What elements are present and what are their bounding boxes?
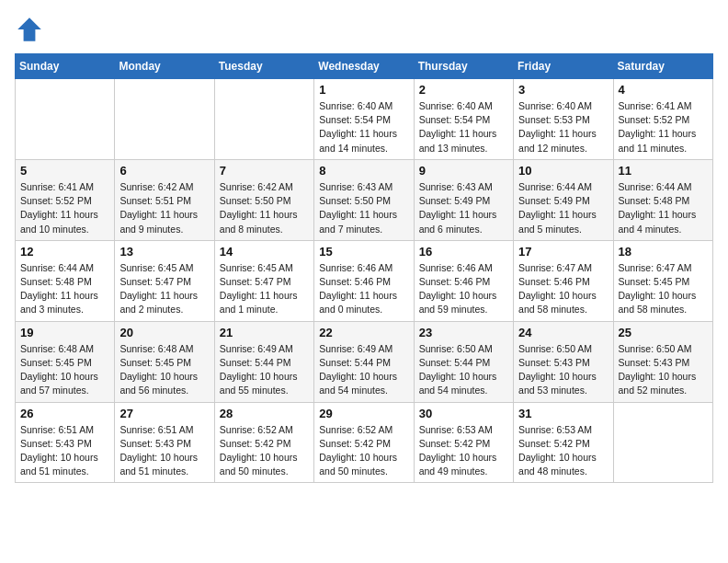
weekday-header: Friday [514, 54, 613, 79]
calendar-cell: 31Sunrise: 6:53 AM Sunset: 5:42 PM Dayli… [514, 402, 613, 483]
day-number: 3 [518, 83, 608, 97]
day-info: Sunrise: 6:53 AM Sunset: 5:42 PM Dayligh… [419, 423, 508, 479]
day-info: Sunrise: 6:52 AM Sunset: 5:42 PM Dayligh… [319, 423, 408, 479]
day-info: Sunrise: 6:45 AM Sunset: 5:47 PM Dayligh… [220, 261, 309, 317]
calendar-header-row: SundayMondayTuesdayWednesdayThursdayFrid… [16, 54, 713, 79]
day-info: Sunrise: 6:51 AM Sunset: 5:43 PM Dayligh… [20, 423, 109, 479]
day-number: 27 [119, 407, 209, 420]
calendar-cell: 13Sunrise: 6:45 AM Sunset: 5:47 PM Dayli… [115, 240, 214, 321]
day-info: Sunrise: 6:48 AM Sunset: 5:45 PM Dayligh… [119, 342, 209, 398]
calendar-cell: 21Sunrise: 6:49 AM Sunset: 5:44 PM Dayli… [214, 321, 313, 402]
calendar-cell: 5Sunrise: 6:41 AM Sunset: 5:52 PM Daylig… [16, 159, 115, 240]
day-info: Sunrise: 6:45 AM Sunset: 5:47 PM Dayligh… [119, 261, 209, 317]
day-number: 11 [619, 164, 708, 178]
day-info: Sunrise: 6:47 AM Sunset: 5:45 PM Dayligh… [619, 261, 708, 317]
day-info: Sunrise: 6:51 AM Sunset: 5:43 PM Dayligh… [119, 423, 209, 479]
calendar-cell: 23Sunrise: 6:50 AM Sunset: 5:44 PM Dayli… [414, 321, 513, 402]
day-info: Sunrise: 6:50 AM Sunset: 5:43 PM Dayligh… [518, 342, 608, 398]
day-info: Sunrise: 6:41 AM Sunset: 5:52 PM Dayligh… [20, 180, 109, 236]
calendar-cell: 11Sunrise: 6:44 AM Sunset: 5:48 PM Dayli… [613, 159, 712, 240]
calendar-cell: 15Sunrise: 6:46 AM Sunset: 5:46 PM Dayli… [314, 240, 414, 321]
day-info: Sunrise: 6:46 AM Sunset: 5:46 PM Dayligh… [319, 261, 408, 317]
weekday-header: Monday [115, 54, 214, 79]
calendar-cell: 4Sunrise: 6:41 AM Sunset: 5:52 PM Daylig… [613, 79, 712, 160]
calendar-week-row: 19Sunrise: 6:48 AM Sunset: 5:45 PM Dayli… [16, 321, 713, 402]
day-number: 29 [319, 407, 408, 420]
calendar-cell: 12Sunrise: 6:44 AM Sunset: 5:48 PM Dayli… [16, 240, 115, 321]
day-info: Sunrise: 6:42 AM Sunset: 5:51 PM Dayligh… [119, 180, 209, 236]
day-number: 31 [518, 407, 608, 420]
day-info: Sunrise: 6:48 AM Sunset: 5:45 PM Dayligh… [20, 342, 109, 398]
calendar-cell: 26Sunrise: 6:51 AM Sunset: 5:43 PM Dayli… [16, 402, 115, 483]
calendar-cell: 8Sunrise: 6:43 AM Sunset: 5:50 PM Daylig… [314, 159, 414, 240]
day-number: 4 [619, 83, 708, 97]
logo [15, 15, 48, 44]
calendar-cell: 20Sunrise: 6:48 AM Sunset: 5:45 PM Dayli… [115, 321, 214, 402]
day-info: Sunrise: 6:40 AM Sunset: 5:54 PM Dayligh… [419, 99, 508, 155]
day-info: Sunrise: 6:46 AM Sunset: 5:46 PM Dayligh… [419, 261, 508, 317]
calendar-cell: 27Sunrise: 6:51 AM Sunset: 5:43 PM Dayli… [115, 402, 214, 483]
day-number: 26 [20, 407, 109, 420]
calendar-cell: 14Sunrise: 6:45 AM Sunset: 5:47 PM Dayli… [214, 240, 313, 321]
day-number: 2 [419, 83, 508, 97]
day-info: Sunrise: 6:40 AM Sunset: 5:54 PM Dayligh… [319, 99, 408, 155]
day-number: 19 [20, 326, 109, 339]
weekday-header: Tuesday [214, 54, 313, 79]
day-info: Sunrise: 6:40 AM Sunset: 5:53 PM Dayligh… [518, 99, 608, 155]
calendar-week-row: 26Sunrise: 6:51 AM Sunset: 5:43 PM Dayli… [16, 402, 713, 483]
day-number: 24 [518, 326, 608, 339]
calendar-cell: 18Sunrise: 6:47 AM Sunset: 5:45 PM Dayli… [613, 240, 712, 321]
day-number: 14 [220, 245, 309, 259]
day-info: Sunrise: 6:44 AM Sunset: 5:49 PM Dayligh… [518, 180, 608, 236]
calendar-cell: 29Sunrise: 6:52 AM Sunset: 5:42 PM Dayli… [314, 402, 414, 483]
day-number: 6 [119, 164, 209, 178]
day-info: Sunrise: 6:50 AM Sunset: 5:44 PM Dayligh… [419, 342, 508, 398]
svg-marker-0 [17, 17, 41, 41]
day-info: Sunrise: 6:44 AM Sunset: 5:48 PM Dayligh… [20, 261, 109, 317]
calendar-cell [115, 79, 214, 160]
calendar-week-row: 1Sunrise: 6:40 AM Sunset: 5:54 PM Daylig… [16, 79, 713, 160]
calendar-cell: 7Sunrise: 6:42 AM Sunset: 5:50 PM Daylig… [214, 159, 313, 240]
day-number: 23 [419, 326, 508, 339]
calendar-cell: 10Sunrise: 6:44 AM Sunset: 5:49 PM Dayli… [514, 159, 613, 240]
page-header [15, 15, 713, 44]
day-number: 10 [518, 164, 608, 178]
calendar-table: SundayMondayTuesdayWednesdayThursdayFrid… [15, 53, 713, 483]
calendar-cell: 1Sunrise: 6:40 AM Sunset: 5:54 PM Daylig… [314, 79, 414, 160]
calendar-cell [613, 402, 712, 483]
calendar-cell: 22Sunrise: 6:49 AM Sunset: 5:44 PM Dayli… [314, 321, 414, 402]
logo-icon [15, 15, 44, 44]
day-number: 20 [119, 326, 209, 339]
calendar-cell: 24Sunrise: 6:50 AM Sunset: 5:43 PM Dayli… [514, 321, 613, 402]
calendar-cell: 3Sunrise: 6:40 AM Sunset: 5:53 PM Daylig… [514, 79, 613, 160]
day-number: 18 [619, 245, 708, 259]
day-number: 30 [419, 407, 508, 420]
day-info: Sunrise: 6:50 AM Sunset: 5:43 PM Dayligh… [619, 342, 708, 398]
day-info: Sunrise: 6:49 AM Sunset: 5:44 PM Dayligh… [220, 342, 309, 398]
weekday-header: Wednesday [314, 54, 414, 79]
calendar-cell [214, 79, 313, 160]
day-info: Sunrise: 6:43 AM Sunset: 5:49 PM Dayligh… [419, 180, 508, 236]
calendar-cell [16, 79, 115, 160]
calendar-cell: 30Sunrise: 6:53 AM Sunset: 5:42 PM Dayli… [414, 402, 513, 483]
day-number: 25 [619, 326, 708, 339]
calendar-cell: 28Sunrise: 6:52 AM Sunset: 5:42 PM Dayli… [214, 402, 313, 483]
day-number: 7 [220, 164, 309, 178]
weekday-header: Thursday [414, 54, 513, 79]
calendar-cell: 16Sunrise: 6:46 AM Sunset: 5:46 PM Dayli… [414, 240, 513, 321]
day-info: Sunrise: 6:52 AM Sunset: 5:42 PM Dayligh… [220, 423, 309, 479]
calendar-week-row: 12Sunrise: 6:44 AM Sunset: 5:48 PM Dayli… [16, 240, 713, 321]
day-number: 22 [319, 326, 408, 339]
day-number: 16 [419, 245, 508, 259]
day-info: Sunrise: 6:47 AM Sunset: 5:46 PM Dayligh… [518, 261, 608, 317]
day-number: 5 [20, 164, 109, 178]
calendar-cell: 6Sunrise: 6:42 AM Sunset: 5:51 PM Daylig… [115, 159, 214, 240]
calendar-cell: 25Sunrise: 6:50 AM Sunset: 5:43 PM Dayli… [613, 321, 712, 402]
calendar-cell: 19Sunrise: 6:48 AM Sunset: 5:45 PM Dayli… [16, 321, 115, 402]
calendar-cell: 17Sunrise: 6:47 AM Sunset: 5:46 PM Dayli… [514, 240, 613, 321]
day-number: 15 [319, 245, 408, 259]
day-info: Sunrise: 6:43 AM Sunset: 5:50 PM Dayligh… [319, 180, 408, 236]
day-number: 17 [518, 245, 608, 259]
day-info: Sunrise: 6:53 AM Sunset: 5:42 PM Dayligh… [518, 423, 608, 479]
day-number: 21 [220, 326, 309, 339]
